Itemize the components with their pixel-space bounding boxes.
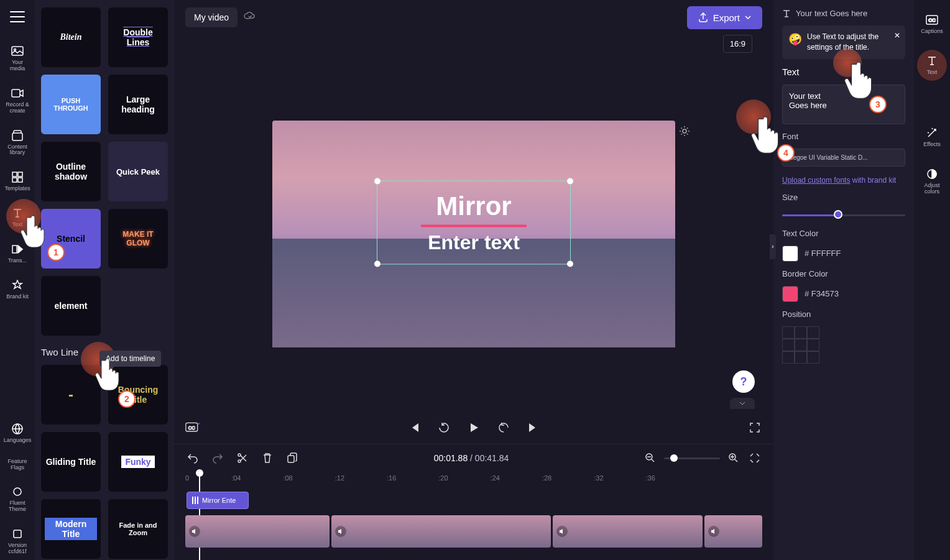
- nav-languages[interactable]: Languages: [2, 418, 32, 449]
- text-card-quick-peek[interactable]: Quick Peek: [108, 142, 168, 201]
- pos-bl[interactable]: [782, 351, 795, 364]
- library-icon: [11, 129, 24, 142]
- project-title[interactable]: My video: [185, 7, 238, 27]
- size-slider[interactable]: [782, 214, 905, 216]
- sync-icon[interactable]: [244, 11, 256, 24]
- text-card-double-lines[interactable]: Double Lines: [108, 7, 168, 67]
- text-card-stencil[interactable]: Stencil: [41, 209, 101, 269]
- text-card-outline-shadow[interactable]: Outline shadow: [41, 142, 101, 201]
- nav-your-media[interactable]: Your media: [2, 40, 32, 77]
- split-button[interactable]: [235, 451, 250, 466]
- text-card-push-through[interactable]: PUSH THROUGH: [41, 75, 101, 134]
- rnav-captions[interactable]: CC Captions: [917, 9, 947, 40]
- undo-button[interactable]: [185, 451, 200, 466]
- tip-box: 🤪 Use Text to adjust the settings of the…: [782, 25, 905, 59]
- expand-toggle[interactable]: [730, 398, 755, 409]
- help-button[interactable]: ?: [732, 370, 755, 393]
- border-color-swatch[interactable]: [782, 286, 798, 302]
- clip-audio-icon[interactable]: [335, 526, 346, 537]
- skip-forward-button[interactable]: [526, 420, 541, 435]
- zoom-out-button[interactable]: [643, 451, 658, 466]
- video-clip[interactable]: [704, 515, 762, 548]
- text-clip[interactable]: Mirror Ente: [187, 492, 249, 509]
- nav-feature-flags[interactable]: Feature Flags: [2, 454, 32, 476]
- captions-toggle[interactable]: CC: [185, 420, 200, 435]
- pos-tr[interactable]: [807, 326, 819, 339]
- redo-button[interactable]: [210, 451, 225, 466]
- pos-br[interactable]: [807, 351, 819, 364]
- resize-handle[interactable]: [374, 178, 380, 185]
- aspect-ratio-badge[interactable]: 16:9: [723, 35, 752, 53]
- pos-tc[interactable]: [795, 326, 807, 339]
- resize-handle[interactable]: [374, 261, 380, 267]
- video-clip[interactable]: [185, 515, 330, 548]
- nav-version[interactable]: Version ccfd61f: [2, 523, 32, 560]
- text-card-funky[interactable]: Funky: [108, 432, 168, 492]
- tip-text: Use Text to adjust the settings of the t…: [807, 32, 899, 53]
- resize-handle[interactable]: [567, 178, 573, 185]
- tip-close-button[interactable]: ✕: [894, 30, 900, 41]
- pos-ml[interactable]: [782, 339, 795, 351]
- nav-brand-kit[interactable]: Brand kit: [2, 274, 32, 305]
- nav-templates[interactable]: Templates: [2, 166, 32, 197]
- nav-label: Fluent Theme: [5, 500, 30, 513]
- nav-transitions[interactable]: Trans...: [2, 238, 32, 269]
- text-selection-box[interactable]: Mirror Enter text: [377, 181, 571, 265]
- zoom-slider[interactable]: [664, 457, 720, 459]
- pos-mr[interactable]: [807, 339, 819, 351]
- text-card-fade-zoom[interactable]: Fade in and Zoom: [108, 499, 168, 559]
- skip-back-button[interactable]: [407, 420, 422, 435]
- text-templates-panel: Bitein Double Lines PUSH THROUGH Large h…: [35, 0, 174, 560]
- rnav-adjust-colors[interactable]: Adjust colors: [917, 163, 947, 200]
- svg-rect-22: [197, 497, 198, 504]
- zoom-in-button[interactable]: [726, 451, 741, 466]
- pos-bc[interactable]: [795, 351, 807, 364]
- pos-mc[interactable]: [795, 339, 807, 351]
- delete-button[interactable]: [260, 451, 275, 466]
- video-clip[interactable]: [331, 515, 551, 548]
- text-card-dash[interactable]: -: [41, 365, 101, 425]
- nav-text[interactable]: Text: [2, 202, 32, 233]
- export-button[interactable]: Export: [687, 6, 762, 29]
- nav-content-library[interactable]: Content library: [2, 124, 32, 162]
- nav-record-create[interactable]: Record & create: [2, 82, 32, 119]
- text-card-large-heading[interactable]: Large heading: [108, 75, 168, 134]
- clip-audio-icon[interactable]: [189, 526, 200, 537]
- text-card-element[interactable]: element: [41, 276, 101, 336]
- clip-audio-icon[interactable]: [556, 526, 568, 537]
- fit-button[interactable]: [747, 451, 762, 466]
- rnav-effects[interactable]: Effects: [917, 122, 947, 153]
- card-label: Funky: [121, 456, 154, 468]
- rewind-button[interactable]: [436, 420, 451, 435]
- nav-fluent-theme[interactable]: Fluent Theme: [2, 480, 32, 518]
- fullscreen-button[interactable]: [747, 420, 762, 435]
- preview-title-2: Enter text: [428, 231, 520, 254]
- forward-button[interactable]: [496, 420, 511, 435]
- font-select[interactable]: Segoe UI Variable Static D...: [782, 149, 905, 167]
- right-panel-collapse[interactable]: ›: [770, 234, 776, 259]
- resize-handle[interactable]: [567, 261, 573, 267]
- video-clip[interactable]: [553, 515, 703, 548]
- video-preview[interactable]: Mirror Enter text: [272, 121, 675, 347]
- chevron-down-icon: [745, 16, 751, 19]
- duplicate-button[interactable]: [285, 451, 300, 466]
- timeline-ruler[interactable]: 0 :04 :08 :12 :16 :20 :24 :28 :32 :36: [174, 472, 773, 488]
- pos-tl[interactable]: [782, 326, 795, 339]
- hamburger-menu[interactable]: [10, 11, 25, 22]
- timeline-tracks: Mirror Ente: [174, 488, 773, 560]
- text-color-swatch[interactable]: [782, 246, 798, 262]
- panel-header: Your text Goes here: [782, 9, 905, 18]
- rnav-text[interactable]: Text: [917, 50, 947, 81]
- text-card-gliding-title[interactable]: Gliding Title: [41, 432, 101, 492]
- text-card-bitein[interactable]: Bitein: [41, 7, 101, 67]
- text-input[interactable]: [782, 85, 905, 124]
- preview-settings-icon[interactable]: [679, 126, 690, 139]
- upload-fonts-link[interactable]: Upload custom fonts with brand kit: [782, 174, 905, 185]
- play-button[interactable]: [466, 420, 481, 435]
- text-card-modern-title[interactable]: Modern Title: [41, 499, 101, 559]
- text-card-make-it-glow[interactable]: MAKE IT GLOW: [108, 209, 168, 269]
- clip-audio-icon[interactable]: [708, 526, 719, 537]
- text-section-label: Text: [782, 67, 905, 77]
- text-card-bouncing-title[interactable]: Bouncing Title: [108, 365, 168, 425]
- svg-rect-17: [288, 456, 294, 462]
